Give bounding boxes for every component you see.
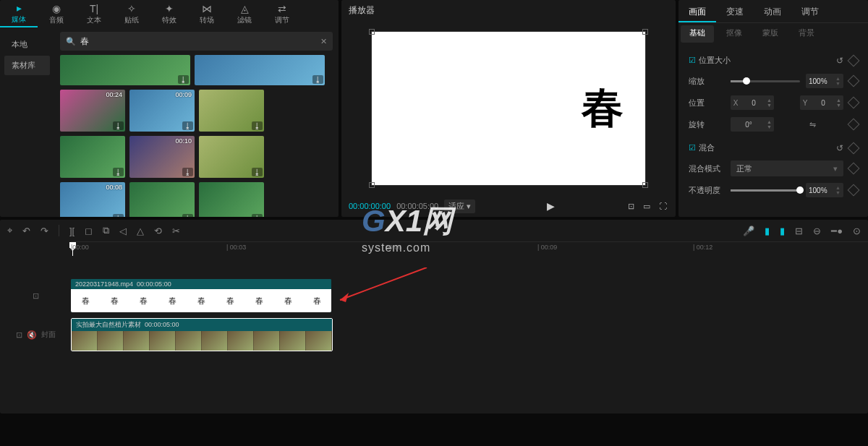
tab-picture[interactable]: 画面 (678, 0, 716, 22)
check-icon[interactable]: ☑ (689, 56, 696, 65)
pos-x-input[interactable]: X0▲▼ (731, 95, 774, 110)
tab-adjust[interactable]: 调节 (791, 0, 829, 22)
toolbar-effects[interactable]: ✦特效 (150, 0, 188, 27)
timeline-clip-2[interactable]: 实拍最大自然植片素材 00:00:05:00 (71, 318, 333, 351)
download-icon[interactable]: ⭳ (252, 214, 263, 217)
tab-anim[interactable]: 动画 (754, 0, 791, 22)
mute-icon[interactable]: 🔇 (27, 330, 37, 340)
ratio-icon[interactable]: ▭ (642, 200, 652, 213)
media-thumb[interactable]: ⭳ (195, 55, 325, 85)
download-icon[interactable]: ⭳ (113, 121, 124, 130)
download-icon[interactable]: ⭳ (113, 214, 124, 217)
redo-icon[interactable]: ↷ (41, 226, 48, 236)
toolbar-text[interactable]: T|文本 (75, 0, 113, 27)
search-input[interactable] (80, 36, 320, 46)
keyframe-button[interactable] (848, 142, 860, 154)
download-icon[interactable]: ⭳ (182, 214, 193, 217)
keyframe-button[interactable] (848, 97, 860, 109)
mirror-icon[interactable]: △ (137, 226, 144, 236)
scale-slider[interactable] (731, 80, 800, 82)
media-thumb[interactable]: 00:10⭳ (129, 136, 195, 178)
fullscreen-icon[interactable]: ⛶ (658, 200, 668, 212)
blend-mode-select[interactable]: 正常▾ (731, 160, 843, 176)
subtab-basic[interactable]: 基础 (681, 25, 714, 43)
subtab-bg[interactable]: 背景 (788, 23, 825, 45)
zoom-fit-icon[interactable]: ⊙ (853, 226, 861, 236)
media-thumb[interactable]: 00:09⭳ (129, 90, 195, 132)
toolbar-adjust[interactable]: ⇄调节 (263, 0, 301, 27)
undo-icon[interactable]: ↶ (22, 226, 30, 236)
zoom-out-icon[interactable]: ⊖ (813, 226, 821, 236)
media-thumb[interactable]: ⭳ (199, 136, 264, 178)
download-icon[interactable]: ⭳ (182, 121, 193, 130)
media-thumb[interactable]: ⭳ (129, 182, 195, 217)
player-viewport[interactable]: 春 (341, 21, 676, 195)
search-icon: 🔍 (66, 37, 76, 46)
canvas-text[interactable]: 春 (582, 80, 624, 137)
crop2-icon[interactable]: ✂ (172, 226, 180, 236)
keyframe-button[interactable] (848, 184, 860, 197)
sidebar-item-local[interactable]: 本地 (4, 35, 50, 54)
snap1-icon[interactable]: ▮ (765, 226, 770, 236)
canvas[interactable]: 春 (371, 31, 646, 186)
toolbar-transition[interactable]: ⋈转场 (188, 0, 226, 27)
scale-value[interactable]: 100%▲▼ (806, 74, 843, 88)
subtab-mask[interactable]: 蒙版 (752, 23, 788, 45)
ratio-dropdown[interactable]: 适应 ▾ (444, 200, 475, 213)
sidebar-item-library[interactable]: 素材库 (4, 56, 50, 75)
sticker-icon: ✧ (126, 3, 137, 14)
flip-h-icon[interactable]: ⇋ (809, 120, 816, 129)
media-thumb[interactable]: ⭳ (60, 136, 125, 178)
cover-button[interactable]: 封面 (41, 330, 56, 340)
toolbar-media[interactable]: ▸媒体 (0, 0, 38, 27)
lock-icon[interactable]: ⊡ (16, 330, 22, 340)
media-thumb[interactable]: 00:08⭳ (60, 182, 125, 217)
download-icon[interactable]: ⭳ (312, 75, 323, 84)
keyframe-button[interactable] (848, 163, 860, 175)
rotate-input[interactable]: 0°▲▼ (731, 117, 774, 132)
toolbar-filter[interactable]: ◬滤镜 (226, 0, 263, 27)
copy-icon[interactable]: ⧉ (103, 225, 109, 236)
media-thumb[interactable]: ⭳ (199, 182, 264, 217)
pos-y-input[interactable]: Y0▲▼ (800, 95, 843, 110)
snap2-icon[interactable]: ▮ (780, 226, 785, 236)
zoom-slider[interactable]: ━● (831, 226, 843, 236)
timecode-current: 00:00:00:00 (349, 202, 391, 210)
download-icon[interactable]: ⭳ (182, 168, 193, 176)
media-thumb[interactable]: ⭳ (199, 90, 264, 132)
download-icon[interactable]: ⭳ (252, 168, 263, 176)
toolbar-sticker[interactable]: ✧贴纸 (113, 0, 150, 27)
transition-icon: ⋈ (201, 3, 213, 14)
keyframe-button[interactable] (848, 119, 860, 131)
download-icon[interactable]: ⭳ (113, 168, 124, 176)
clear-search-icon[interactable]: ✕ (320, 37, 327, 46)
position-label: 位置 (689, 98, 725, 108)
subtab-cutout[interactable]: 抠像 (716, 23, 752, 45)
download-icon[interactable]: ⭳ (252, 121, 263, 130)
reset-icon[interactable]: ↺ (836, 143, 843, 153)
tab-speed[interactable]: 变速 (716, 0, 754, 22)
toolbar-audio[interactable]: ◉音频 (38, 0, 75, 27)
reverse-icon[interactable]: ◁ (119, 226, 127, 236)
keyframe-button[interactable] (848, 54, 860, 67)
mic-icon[interactable]: 🎤 (743, 226, 754, 236)
media-grid[interactable]: ⭳⭳00:24⭳00:09⭳⭳⭳00:10⭳⭳00:08⭳⭳⭳00:11⭳⭳⭳ (54, 55, 339, 217)
media-thumb[interactable]: ⭳ (60, 55, 190, 85)
reset-icon[interactable]: ↺ (836, 56, 843, 66)
check-icon[interactable]: ☑ (689, 143, 696, 153)
time-ruler[interactable]: |00:00 | 00:03 | 00:06 | 00:09 | 00:12 (71, 241, 868, 256)
lock-icon[interactable]: ⊡ (33, 291, 39, 301)
opacity-slider[interactable] (731, 189, 800, 192)
crop-icon[interactable]: ◻ (85, 226, 93, 236)
track-icon[interactable]: ⊟ (795, 226, 803, 236)
split-icon[interactable]: ][ (69, 226, 75, 236)
play-button[interactable]: ▶ (547, 200, 555, 212)
scope-icon[interactable]: ⊡ (626, 200, 636, 213)
media-thumb[interactable]: 00:24⭳ (60, 90, 125, 132)
keyframe-button[interactable] (848, 75, 860, 87)
download-icon[interactable]: ⭳ (178, 75, 189, 84)
pointer-icon[interactable]: ⌖ (7, 225, 12, 236)
rotate-icon[interactable]: ⟲ (154, 226, 162, 236)
timeline-clip-1[interactable]: 202203171948.mp4 00:00:05:00 春春春春春春春春春 (71, 279, 331, 312)
opacity-value[interactable]: 100%▲▼ (806, 183, 843, 197)
